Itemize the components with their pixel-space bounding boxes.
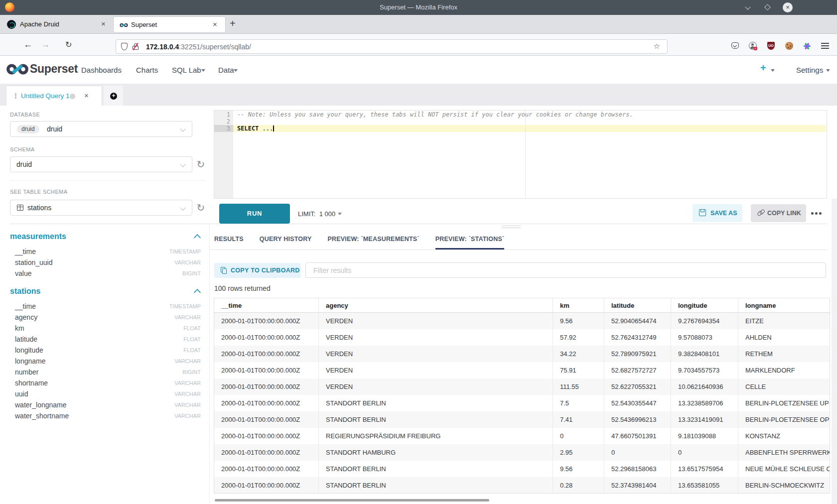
table-row[interactable]: 2000-01-01T00:00:00.000Z VERDEN 34.22 52… (214, 346, 830, 362)
bookmark-star-icon[interactable]: ☆ (654, 42, 660, 51)
table-row[interactable]: 2000-01-01T00:00:00.000Z VERDEN 9.56 52.… (214, 313, 830, 329)
cell-longname: RETHEM (738, 346, 830, 362)
copy-to-clipboard-button[interactable]: COPY TO CLIPBOARD (214, 263, 301, 278)
column-row[interactable]: water_shortname VARCHAR (10, 410, 201, 421)
tab-superset[interactable]: Superset × (113, 16, 226, 33)
chevron-down-icon (234, 69, 238, 72)
column-header[interactable]: __time (214, 298, 319, 312)
tab-results[interactable]: RESULTS (214, 230, 244, 250)
table-row[interactable]: 2000-01-01T00:00:00.000Z VERDEN 75.91 52… (214, 362, 830, 378)
table-name[interactable]: stations (10, 287, 40, 295)
column-row[interactable]: __time TIMESTAMP (10, 301, 201, 312)
run-button[interactable]: RUN (219, 204, 290, 224)
column-header[interactable]: agency (319, 298, 553, 312)
filter-results-input[interactable] (305, 262, 826, 278)
new-query-tab[interactable]: + (104, 86, 123, 106)
save-as-button[interactable]: SAVE AS (693, 204, 742, 222)
column-row[interactable]: water_longname VARCHAR (10, 399, 201, 410)
column-row[interactable]: __time TIMESTAMP (10, 246, 201, 257)
collapse-icon[interactable] (195, 235, 199, 240)
extension-asterisk-icon[interactable] (803, 42, 811, 50)
tracking-shield-icon[interactable] (121, 43, 128, 50)
refresh-table-icon[interactable]: ↻ (195, 202, 206, 213)
table-row[interactable]: 2000-01-01T00:00:00.000Z REGIERUNGSPRÄSI… (214, 428, 830, 444)
pocket-icon[interactable] (731, 42, 739, 49)
table-row[interactable]: 2000-01-01T00:00:00.000Z STANDORT BERLIN… (214, 411, 830, 428)
column-row[interactable]: agency VARCHAR (10, 312, 201, 323)
reload-button[interactable]: ↻ (65, 40, 72, 49)
superset-brand-text[interactable]: Superset (30, 62, 78, 76)
cell-agency: VERDEN (319, 362, 553, 378)
table-row[interactable]: 2000-01-01T00:00:00.000Z VERDEN 111.55 5… (214, 378, 830, 395)
more-options-icon[interactable] (811, 212, 822, 215)
column-row[interactable]: longname VARCHAR (10, 356, 201, 367)
nav-dashboards[interactable]: Dashboards (81, 66, 122, 74)
sql-editor[interactable]: 1 2 3 -- Note: Unless you save your quer… (214, 110, 827, 199)
divider (209, 224, 210, 504)
drag-handle-icon[interactable] (15, 93, 16, 95)
column-header[interactable]: km (553, 298, 604, 312)
tab-close-icon[interactable]: × (101, 19, 106, 28)
forward-button[interactable]: → (41, 39, 50, 50)
cell-longname: ABBENFLETH SPERRWERK (738, 444, 830, 461)
resize-handle[interactable] (502, 228, 521, 229)
cell-agency: STANDORT HAMBURG (319, 444, 553, 461)
column-type: VARCHAR (174, 259, 201, 265)
cell-latitude: 52.7890975921 (604, 346, 671, 362)
window-close-icon[interactable]: × (783, 2, 793, 12)
tab-preview-measurements[interactable]: PREVIEW: `MEASUREMENTS` (328, 230, 419, 250)
window-minimize-icon[interactable] (745, 4, 751, 10)
column-row[interactable]: number BIGINT (10, 367, 201, 378)
add-query-icon[interactable]: + (110, 93, 117, 100)
column-header[interactable]: latitude (604, 298, 671, 312)
collapse-icon[interactable] (195, 290, 199, 294)
limit-dropdown[interactable]: LIMIT: 1 000 (298, 210, 335, 218)
ublock-icon[interactable]: UO (767, 42, 775, 50)
column-row[interactable]: station_uuid VARCHAR (10, 257, 201, 268)
cell-agency: STANDORT BERLIN (319, 395, 553, 411)
nav-data[interactable]: Data (218, 66, 234, 74)
link-icon (757, 209, 764, 217)
cell-longname: KONSTANZ (738, 428, 830, 444)
table-name[interactable]: measurements (10, 232, 66, 241)
column-header[interactable]: longitude (671, 298, 738, 312)
table-row[interactable]: 2000-01-01T00:00:00.000Z STANDORT BERLIN… (214, 461, 830, 477)
column-header[interactable]: longname (738, 298, 830, 312)
nav-charts[interactable]: Charts (136, 66, 158, 74)
url-bar[interactable]: 172.18.0.4:32251/superset/sqllab/ ☆ (116, 39, 668, 54)
tab-preview-stations[interactable]: PREVIEW: `STATIONS` (435, 230, 505, 250)
tab-close-icon[interactable]: × (213, 20, 217, 28)
column-row[interactable]: km FLOAT (10, 323, 201, 334)
database-select[interactable]: druid druid (10, 121, 192, 137)
cookie-icon[interactable] (785, 42, 793, 50)
hamburger-menu-icon[interactable] (821, 43, 829, 49)
settings-menu[interactable]: Settings (796, 66, 823, 74)
scrollbar-track[interactable] (832, 199, 837, 504)
back-button[interactable]: ← (23, 39, 32, 50)
table-row[interactable]: 2000-01-01T00:00:00.000Z STANDORT HAMBUR… (214, 444, 830, 461)
column-type: TIMESTAMP (169, 303, 201, 309)
horizontal-scrollbar[interactable] (215, 499, 489, 502)
refresh-schema-icon[interactable]: ↻ (195, 159, 206, 170)
new-tab-button[interactable]: + (230, 18, 236, 29)
chevron-down-icon (826, 69, 830, 72)
insecure-lock-icon[interactable] (133, 43, 139, 50)
copy-link-button[interactable]: COPY LINK (751, 204, 806, 222)
query-tab-untitled[interactable]: Untitled Query 1 × (6, 86, 102, 106)
column-row[interactable]: latitude FLOAT (10, 334, 201, 345)
column-row[interactable]: longitude FLOAT (10, 345, 201, 356)
tab-query-history[interactable]: QUERY HISTORY (260, 230, 312, 250)
nav-sql-lab[interactable]: SQL Lab (172, 66, 201, 74)
resize-handle[interactable] (502, 226, 521, 227)
table-row[interactable]: 2000-01-01T00:00:00.000Z VERDEN 57.92 52… (214, 329, 830, 346)
query-tab-close-icon[interactable]: × (84, 91, 89, 100)
column-row[interactable]: uuid VARCHAR (10, 388, 201, 399)
column-row[interactable]: shortname VARCHAR (10, 378, 201, 388)
table-row[interactable]: 2000-01-01T00:00:00.000Z STANDORT BERLIN… (214, 395, 830, 411)
schema-select[interactable]: druid (10, 156, 192, 172)
table-select[interactable]: stations (10, 200, 192, 216)
add-new-button[interactable]: + (760, 62, 766, 74)
column-row[interactable]: value BIGINT (10, 268, 201, 279)
table-row[interactable]: 2000-01-01T00:00:00.000Z STANDORT BERLIN… (214, 477, 830, 494)
query-tab-title[interactable]: Untitled Query 1 (21, 92, 70, 100)
